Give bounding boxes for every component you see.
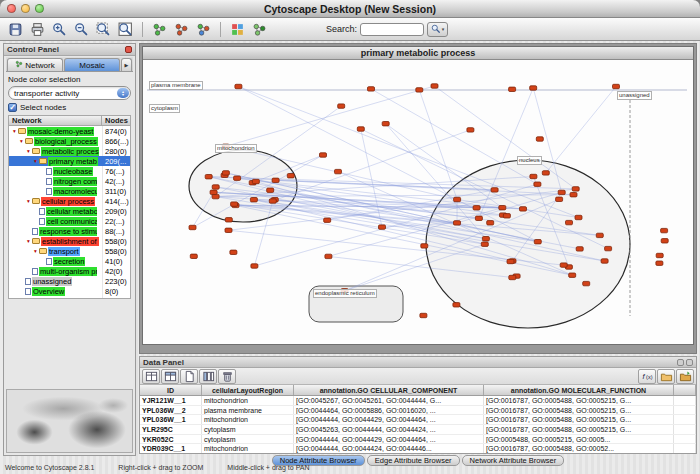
tab-mosaic[interactable]: Mosaic [64,58,120,71]
tree-item[interactable]: ▾establishment of lo558(0) [9,236,130,246]
tree-item[interactable]: nucleobase76(...) [9,166,130,176]
network-node[interactable] [596,233,603,237]
network-node[interactable] [416,88,423,92]
tree-item[interactable]: cell communicat22(...) [9,216,130,226]
tab-overflow-button[interactable]: ▶ [121,58,132,71]
network-node[interactable] [250,198,257,202]
tree-item[interactable]: ▾cellular process414(...) [9,196,130,206]
network-node[interactable] [509,275,516,279]
network-node[interactable] [205,175,212,179]
network-node[interactable] [324,218,331,222]
tree-item[interactable]: ▾primary metab209(... [9,156,130,166]
tree-item[interactable]: macromolecule311(0) [9,186,130,196]
network-node[interactable] [189,225,196,229]
network-node[interactable] [335,169,342,173]
tree-column-nodes[interactable]: Nodes [102,116,128,125]
delete-attribute-icon[interactable] [218,369,236,384]
network-node[interactable] [536,137,543,141]
network-node[interactable] [421,244,428,248]
tree-item[interactable]: ▾mosaic-demo-yeast874(0) [9,126,130,136]
network-node[interactable] [368,87,375,91]
tree-item[interactable]: unassigned223(0) [9,276,130,286]
print-icon[interactable] [27,20,48,39]
expand-arrow-icon[interactable]: ▾ [32,248,39,254]
tree-item[interactable]: ▾biological_process866(...) [9,136,130,146]
select-nodes-checkbox[interactable]: ✓ [8,103,17,112]
network-node[interactable] [569,273,576,277]
network-node[interactable] [491,188,498,192]
new-attribute-icon[interactable] [180,369,198,384]
zoom-fit-content-icon[interactable] [115,20,136,39]
network-node[interactable] [575,215,582,219]
network-node[interactable] [520,207,527,211]
network-node[interactable] [661,239,668,243]
attribute-columns-icon[interactable] [199,369,217,384]
network-node[interactable] [230,250,237,254]
unselect-attributes-icon[interactable] [161,369,179,384]
column-header-cellularlayoutregion[interactable]: cellularLayoutRegion [202,385,294,395]
network-node[interactable] [252,179,259,183]
tree-item[interactable]: multi-organism pro42(0) [9,266,130,276]
network-node[interactable] [656,261,663,265]
network-node[interactable] [320,153,327,157]
table-row[interactable]: YKR052Ccytoplasm[GO:0044444, GO:0044429,… [140,435,696,445]
network-node[interactable] [454,197,461,201]
network-node[interactable] [210,190,217,194]
network-node[interactable] [499,206,506,210]
network-node[interactable] [481,242,488,246]
search-input[interactable] [360,23,424,36]
network-node[interactable] [473,206,480,210]
network-edge[interactable] [226,86,435,146]
network-edge[interactable] [546,87,616,173]
tree-item[interactable]: Overview8(0) [9,286,130,296]
tab-network-attribute-browser[interactable]: Network Attribute Browser [462,455,565,466]
network-canvas[interactable]: plasma membranecytoplasmmitochondrionnuc… [143,60,693,344]
network-node[interactable] [475,216,482,220]
network-node[interactable] [487,221,494,225]
network-node[interactable] [576,247,583,251]
zoom-selected-region-icon[interactable] [93,20,114,39]
vizmapper-icon[interactable] [193,20,214,39]
network-node[interactable] [534,182,541,186]
network-node[interactable] [267,188,274,192]
expand-arrow-icon[interactable]: ▾ [18,138,25,144]
expand-arrow-icon[interactable]: ▾ [25,238,32,244]
tree-item[interactable]: secretion41(0) [9,256,130,266]
network-node[interactable] [454,221,461,225]
network-node[interactable] [287,174,294,178]
network-node[interactable] [269,199,276,203]
formula-builder-icon[interactable]: f(x) [638,369,656,384]
network-node[interactable] [570,193,577,197]
zoom-window-icon[interactable] [35,4,44,13]
tree-item[interactable]: nitrogen compo42(...) [9,176,130,186]
show-graphics-details-icon[interactable] [149,20,170,39]
network-node[interactable] [338,104,345,108]
network-node[interactable] [601,259,608,263]
network-node[interactable] [420,313,427,317]
network-node[interactable] [212,194,219,198]
network-node[interactable] [583,281,590,285]
network-node[interactable] [530,174,537,178]
table-row[interactable]: YLR295Ccytoplasm[GO:0045263, GO:0044444,… [140,425,696,435]
table-row[interactable]: YPL036W__1mitochondrion[GO:0044444, GO:0… [140,415,696,425]
tree-item[interactable]: ▾metabolic process280(0) [9,146,130,156]
network-overview-thumbnail[interactable] [6,389,133,453]
tree-column-network[interactable]: Network [9,116,102,125]
title-bar[interactable]: Cytoscape Desktop (New Session) [0,0,700,18]
float-panel-icon[interactable] [677,359,684,366]
tree-item[interactable]: ▾transport558(0) [9,246,130,256]
column-header-annotation-go-molecular-function[interactable]: annotation.GO MOLECULAR_FUNCTION [484,385,674,395]
expand-arrow-icon[interactable]: ▾ [25,148,32,154]
network-node[interactable] [431,84,438,88]
network-node[interactable] [509,87,516,91]
table-row[interactable]: YPL036W__2plasma membrane[GO:0044464, GO… [140,406,696,416]
tree-item[interactable]: response to stimul88(...) [9,226,130,236]
zoom-out-icon[interactable] [71,20,92,39]
network-node[interactable] [542,171,549,175]
column-header-annotation-go-cellular-component[interactable]: annotation.GO CELLULAR_COMPONENT [294,385,484,395]
network-node[interactable] [503,214,510,218]
network-node[interactable] [530,86,537,90]
network-node[interactable] [382,122,389,126]
network-node[interactable] [566,220,573,224]
tree-header[interactable]: Network Nodes [8,115,131,126]
